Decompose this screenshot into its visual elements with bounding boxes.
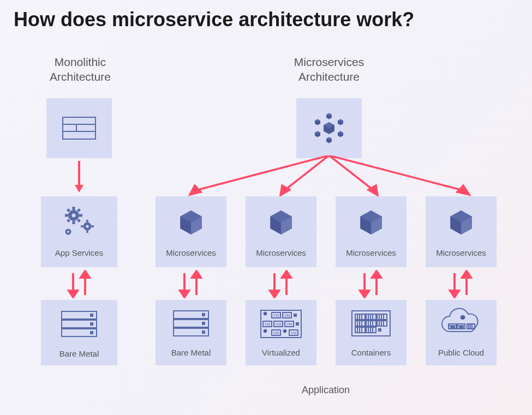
svg-point-7	[72, 213, 76, 217]
svg-rect-8	[73, 207, 75, 210]
infra-virtualized-label: Virtualized	[262, 348, 300, 360]
svg-rect-31	[90, 322, 93, 326]
svg-rect-0	[63, 117, 95, 139]
server-icon	[57, 308, 101, 341]
svg-point-17	[86, 225, 88, 227]
cube-icon	[445, 206, 477, 239]
svg-rect-20	[81, 225, 83, 227]
microservices-cluster-box	[296, 98, 362, 158]
svg-text:VM: VM	[276, 322, 282, 326]
infra-bare-metal-label: Bare Metal	[171, 348, 211, 360]
svg-rect-146	[378, 328, 381, 332]
cube-icon	[265, 206, 297, 239]
microservice-box-1: Microservices	[156, 196, 226, 267]
svg-marker-27	[81, 271, 89, 278]
svg-point-23	[67, 231, 69, 233]
svg-marker-73	[270, 291, 279, 297]
svg-rect-33	[90, 331, 93, 334]
monolithic-heading: Monolithic Architecture	[42, 55, 118, 85]
svg-rect-18	[86, 220, 88, 222]
infra-containers-box: Containers	[336, 300, 407, 365]
svg-rect-89	[202, 330, 205, 334]
microservice-box-2: Microservices	[246, 196, 316, 267]
monolith-app-icon-box	[46, 98, 112, 158]
svg-text:VM: VM	[265, 322, 271, 326]
microservice-box-4: Microservices	[426, 196, 497, 267]
microservice-label-3: Microservices	[346, 248, 396, 261]
svg-line-54	[329, 155, 465, 191]
app-services-label: App Services	[55, 248, 103, 261]
page-title: How does microservice architecture work?	[14, 8, 414, 31]
app-services-box: App Services	[41, 196, 117, 267]
svg-text:VM: VM	[291, 331, 297, 335]
cube-icon	[355, 206, 387, 239]
microservice-label-4: Microservices	[436, 248, 486, 261]
containers-icon	[348, 308, 394, 340]
svg-text:VM: VM	[459, 325, 464, 328]
svg-line-48	[194, 155, 329, 191]
svg-rect-85	[202, 313, 205, 316]
monolithic-heading-line2: Architecture	[50, 70, 111, 83]
svg-rect-29	[90, 314, 93, 317]
microservice-label-2: Microservices	[256, 248, 306, 261]
microservices-heading-line2: Architecture	[298, 70, 360, 83]
virtual-machines-icon: VM VM VM VM VM VM VM	[258, 307, 304, 341]
layered-block-icon	[60, 115, 98, 142]
svg-marker-69	[180, 291, 189, 297]
microservice-label-1: Microservices	[166, 248, 216, 261]
hex-cluster-icon	[304, 106, 354, 150]
infra-bare-metal-box: Bare Metal	[156, 300, 226, 365]
arrow-down-icon	[73, 161, 85, 194]
infra-virtualized-box: VM VM VM VM VM VM VM Virtualized	[246, 300, 316, 365]
mono-bare-metal-box: Bare Metal	[41, 300, 117, 365]
infra-public-cloud-box: VM VM Public Cloud	[426, 300, 497, 365]
svg-marker-81	[450, 291, 459, 297]
svg-rect-10	[65, 214, 68, 216]
svg-rect-19	[86, 230, 88, 233]
bidirectional-arrow-icon	[174, 270, 207, 298]
application-footer-label: Application	[302, 384, 350, 396]
microservices-heading: Microservices Architecture	[277, 55, 381, 85]
svg-marker-5	[75, 185, 83, 193]
svg-marker-83	[462, 271, 471, 278]
bidirectional-arrow-icon	[62, 270, 96, 298]
svg-rect-87	[202, 322, 205, 325]
svg-rect-9	[73, 221, 75, 224]
svg-text:VM: VM	[273, 314, 279, 317]
infra-public-cloud-label: Public Cloud	[438, 348, 484, 360]
svg-rect-11	[79, 214, 82, 216]
microservices-heading-line1: Microservices	[294, 56, 364, 68]
svg-text:VM: VM	[450, 325, 455, 328]
cube-icon	[175, 206, 207, 239]
infra-containers-label: Containers	[351, 348, 391, 360]
svg-marker-77	[360, 291, 369, 297]
server-icon	[169, 308, 213, 340]
monolithic-heading-line1: Monolithic	[55, 56, 106, 68]
svg-marker-49	[190, 185, 201, 195]
svg-rect-104	[296, 322, 299, 326]
mono-bare-metal-label: Bare Metal	[59, 349, 99, 362]
svg-rect-21	[92, 225, 94, 227]
svg-text:VM: VM	[273, 331, 279, 335]
svg-text:VM: VM	[286, 322, 292, 326]
svg-marker-75	[282, 271, 291, 278]
svg-marker-71	[192, 271, 201, 278]
svg-marker-79	[372, 271, 381, 278]
microservice-box-3: Microservices	[336, 196, 407, 267]
gears-icon	[57, 203, 101, 242]
bidirectional-arrow-icon	[264, 270, 297, 298]
svg-marker-25	[69, 291, 77, 297]
diverging-arrows-icon	[153, 155, 513, 199]
bidirectional-arrow-icon	[354, 270, 387, 298]
cloud-icon: VM VM	[437, 306, 486, 341]
svg-rect-97	[294, 314, 297, 317]
svg-marker-55	[457, 185, 469, 195]
bidirectional-arrow-icon	[444, 270, 477, 298]
svg-text:VM: VM	[284, 314, 290, 317]
